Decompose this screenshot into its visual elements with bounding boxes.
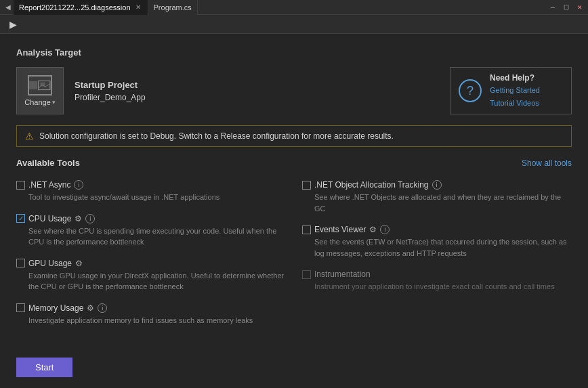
tool-events-viewer-desc: See the events (ETW or NetTrace) that oc… bbox=[302, 236, 572, 259]
window-controls: ─ ☐ ✕ bbox=[547, 2, 585, 13]
tool-dotnet-async-name: .NET Async bbox=[28, 180, 70, 190]
tool-events-viewer-checkbox[interactable] bbox=[302, 225, 311, 234]
tool-events-viewer: Events Viewer ⚙ i See the events (ETW or… bbox=[302, 221, 572, 265]
tool-memory-usage-checkbox[interactable] bbox=[16, 303, 25, 312]
tool-dotnet-object-allocation-name: .NET Object Allocation Tracking bbox=[314, 180, 429, 190]
tab-program-cs-label: Program.cs bbox=[154, 3, 192, 12]
tool-events-viewer-info-icon[interactable]: i bbox=[380, 225, 390, 234]
content-body: Analysis Target Change bbox=[0, 34, 588, 349]
tutorial-videos-link[interactable]: Tutorial Videos bbox=[490, 98, 540, 109]
tool-gpu-usage-settings-icon[interactable]: ⚙ bbox=[75, 259, 83, 268]
tool-memory-usage-header: Memory Usage ⚙ i bbox=[16, 303, 286, 313]
target-image-icon bbox=[37, 78, 51, 93]
tool-cpu-usage: CPU Usage ⚙ i See where the CPU is spend… bbox=[16, 210, 286, 255]
tool-gpu-usage-desc: Examine GPU usage in your DirectX applic… bbox=[16, 270, 286, 293]
restore-button[interactable]: ☐ bbox=[561, 2, 572, 13]
svg-line-4 bbox=[45, 84, 49, 87]
tool-instrumentation-desc: Instrument your application to investiga… bbox=[302, 281, 572, 293]
help-title: Need Help? bbox=[490, 73, 540, 83]
tool-dotnet-async-info-icon[interactable]: i bbox=[74, 180, 83, 190]
tool-events-viewer-header: Events Viewer ⚙ i bbox=[302, 225, 572, 234]
tool-gpu-usage-checkbox[interactable] bbox=[16, 259, 25, 267]
tools-grid: .NET Async i Tool to investigate async/a… bbox=[16, 176, 572, 332]
change-target-button[interactable]: Change ▾ bbox=[16, 67, 64, 114]
toolbar-row: ▶ bbox=[0, 15, 588, 34]
tool-memory-usage-name: Memory Usage bbox=[28, 303, 83, 313]
tool-dotnet-async-desc: Tool to investigate async/await usage in… bbox=[16, 192, 286, 203]
tool-dotnet-object-allocation: .NET Object Allocation Tracking i See wh… bbox=[302, 176, 572, 221]
change-target-dropdown-icon: ▾ bbox=[52, 99, 56, 106]
tool-dotnet-async-checkbox[interactable] bbox=[16, 181, 25, 190]
tool-events-viewer-settings-icon[interactable]: ⚙ bbox=[369, 225, 377, 234]
change-target-label: Change bbox=[24, 98, 51, 106]
help-icon: ? bbox=[459, 79, 482, 102]
tool-cpu-usage-info-icon[interactable]: i bbox=[85, 214, 95, 223]
tab-list: ◀ Report20211222...25.diagsession ✕ Prog… bbox=[3, 0, 198, 15]
bottom-bar: Start bbox=[0, 349, 588, 388]
tool-instrumentation-name: Instrumentation bbox=[314, 270, 371, 279]
tools-column-right: .NET Object Allocation Tracking i See wh… bbox=[302, 176, 572, 332]
tool-dotnet-async-header: .NET Async i bbox=[16, 180, 286, 190]
analysis-target-title: Analysis Target bbox=[16, 47, 572, 58]
close-button[interactable]: ✕ bbox=[574, 2, 585, 13]
tool-memory-usage-info-icon[interactable]: i bbox=[98, 303, 107, 313]
back-button[interactable]: ▶ bbox=[5, 18, 21, 31]
tools-column-left: .NET Async i Tool to investigate async/a… bbox=[16, 176, 286, 332]
help-text: Need Help? Getting Started Tutorial Vide… bbox=[490, 73, 540, 109]
target-icon bbox=[28, 75, 52, 95]
tab-diagsession[interactable]: Report20211222...25.diagsession ✕ bbox=[14, 0, 148, 15]
tool-instrumentation-checkbox bbox=[302, 270, 311, 279]
target-left: Change ▾ Startup Project Profiler_Demo_A… bbox=[16, 67, 146, 114]
tab-scroll-left[interactable]: ◀ bbox=[3, 0, 14, 15]
minimize-button[interactable]: ─ bbox=[547, 2, 558, 13]
start-button[interactable]: Start bbox=[16, 358, 72, 377]
tool-dotnet-object-allocation-desc: See where .NET Objects are allocated and… bbox=[302, 192, 572, 214]
startup-project-value: Profiler_Demo_App bbox=[75, 93, 146, 102]
tab-diagsession-label: Report20211222...25.diagsession bbox=[19, 3, 131, 12]
tool-instrumentation-header: Instrumentation bbox=[302, 270, 572, 279]
show-all-tools-link[interactable]: Show all tools bbox=[522, 158, 572, 168]
warning-icon: ⚠ bbox=[25, 131, 34, 142]
tool-cpu-usage-desc: See where the CPU is spending time execu… bbox=[16, 225, 286, 248]
tab-diagsession-close[interactable]: ✕ bbox=[134, 3, 142, 12]
available-tools-title: Available Tools bbox=[16, 158, 80, 168]
tool-memory-usage: Memory Usage ⚙ i Investigate application… bbox=[16, 299, 286, 333]
tool-memory-usage-settings-icon[interactable]: ⚙ bbox=[87, 303, 94, 313]
tool-events-viewer-name: Events Viewer bbox=[314, 225, 366, 234]
warning-bar: ⚠ Solution configuration is set to Debug… bbox=[16, 125, 572, 147]
tool-dotnet-object-allocation-info-icon[interactable]: i bbox=[432, 180, 442, 190]
tool-cpu-usage-settings-icon[interactable]: ⚙ bbox=[75, 214, 82, 223]
main-content: ▶ Analysis Target bbox=[0, 15, 588, 388]
tool-memory-usage-desc: Investigate application memory to find i… bbox=[16, 315, 286, 326]
target-info: Startup Project Profiler_Demo_App bbox=[75, 80, 146, 102]
tool-cpu-usage-header: CPU Usage ⚙ i bbox=[16, 214, 286, 223]
help-box: ? Need Help? Getting Started Tutorial Vi… bbox=[450, 67, 572, 114]
tool-dotnet-object-allocation-checkbox[interactable] bbox=[302, 181, 311, 190]
tools-header: Available Tools Show all tools bbox=[16, 158, 572, 168]
startup-project-title: Startup Project bbox=[75, 80, 146, 90]
tool-cpu-usage-name: CPU Usage bbox=[28, 214, 71, 223]
tool-dotnet-object-allocation-header: .NET Object Allocation Tracking i bbox=[302, 180, 572, 190]
title-bar: ◀ Report20211222...25.diagsession ✕ Prog… bbox=[0, 0, 588, 15]
tool-gpu-usage-name: GPU Usage bbox=[28, 259, 72, 268]
getting-started-link[interactable]: Getting Started bbox=[490, 85, 540, 96]
tab-program-cs[interactable]: Program.cs bbox=[148, 0, 198, 15]
tool-dotnet-async: .NET Async i Tool to investigate async/a… bbox=[16, 176, 286, 210]
target-area: Change ▾ Startup Project Profiler_Demo_A… bbox=[16, 67, 572, 114]
warning-text: Solution configuration is set to Debug. … bbox=[39, 131, 394, 141]
tool-instrumentation: Instrumentation Instrument your applicat… bbox=[302, 265, 572, 299]
tool-gpu-usage-header: GPU Usage ⚙ bbox=[16, 259, 286, 268]
tool-cpu-usage-checkbox[interactable] bbox=[16, 214, 25, 223]
tool-gpu-usage: GPU Usage ⚙ Examine GPU usage in your Di… bbox=[16, 255, 286, 299]
